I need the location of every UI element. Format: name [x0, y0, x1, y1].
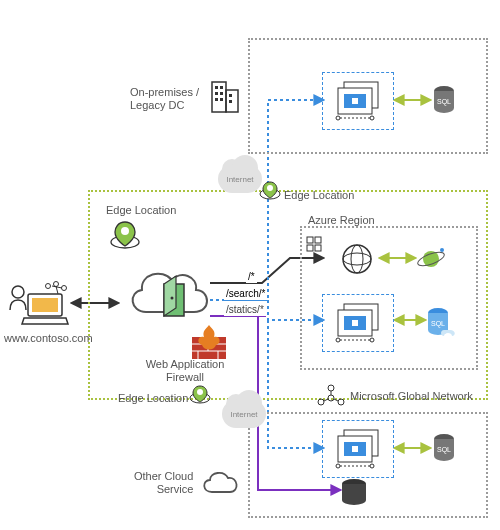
svg-line-82	[334, 399, 338, 401]
svg-point-44	[343, 253, 371, 265]
laptop-user-icon	[8, 280, 70, 328]
svg-point-8	[54, 282, 59, 287]
edge-location-bottom-label: Edge Location	[118, 392, 188, 405]
svg-rect-19	[215, 98, 218, 101]
svg-rect-21	[229, 94, 232, 97]
svg-rect-42	[315, 245, 321, 251]
route-path-search: /search/*	[224, 288, 267, 301]
svg-rect-40	[315, 237, 321, 243]
svg-point-10	[46, 284, 51, 289]
svg-point-54	[370, 116, 374, 120]
svg-rect-15	[215, 86, 218, 89]
vm-stack-icon	[330, 78, 386, 124]
sql-database-icon: SQL	[432, 84, 462, 118]
svg-rect-17	[215, 92, 218, 95]
svg-rect-7	[32, 298, 58, 312]
svg-rect-52	[352, 98, 358, 104]
svg-point-77	[318, 399, 324, 405]
svg-point-28	[171, 297, 174, 300]
svg-point-45	[351, 245, 363, 273]
svg-point-9	[62, 286, 67, 291]
svg-point-53	[336, 116, 340, 120]
vm-stack-icon	[330, 300, 386, 346]
sql-database-icon: SQL	[432, 432, 462, 466]
svg-point-76	[328, 385, 334, 391]
storage-icon	[340, 478, 368, 508]
svg-rect-16	[220, 86, 223, 89]
building-icon	[206, 76, 244, 116]
app-service-icon	[306, 236, 322, 252]
svg-point-24	[267, 185, 273, 191]
svg-rect-59	[352, 320, 358, 326]
svg-text:SQL: SQL	[437, 446, 451, 454]
firewall-icon	[188, 323, 230, 363]
internet-cloud-icon: Internet	[218, 165, 262, 193]
svg-rect-13	[212, 82, 226, 112]
location-pin-icon	[188, 384, 212, 406]
svg-point-67	[336, 464, 340, 468]
svg-point-26	[121, 227, 129, 235]
route-path-statics: /statics/*	[224, 304, 266, 317]
svg-line-81	[324, 399, 328, 401]
route-path-root: /*	[246, 271, 257, 284]
cloud-door-icon	[122, 262, 212, 330]
edge-location-top-label: Edge Location	[284, 189, 354, 202]
svg-point-60	[336, 338, 340, 342]
svg-point-38	[197, 389, 203, 395]
other-cloud-label: Other Cloud Service	[134, 470, 193, 496]
location-pin-icon	[258, 180, 282, 202]
svg-text:SQL: SQL	[437, 98, 451, 106]
waf-label: Web Application Firewall	[130, 358, 240, 384]
svg-point-61	[370, 338, 374, 342]
edge-location-left-label: Edge Location	[106, 204, 176, 217]
internet-cloud-icon: Internet	[222, 400, 266, 428]
sql-database-icon: SQL	[426, 306, 456, 340]
svg-text:SQL: SQL	[431, 320, 445, 328]
svg-point-43	[343, 245, 371, 273]
svg-point-78	[338, 399, 344, 405]
svg-rect-39	[307, 237, 313, 243]
svg-point-5	[12, 286, 24, 298]
vm-stack-icon	[330, 426, 386, 472]
svg-rect-22	[229, 100, 232, 103]
client-url-label: www.contoso.com	[4, 332, 93, 345]
webapp-globe-icon	[340, 242, 374, 276]
svg-point-79	[328, 395, 334, 401]
svg-point-68	[370, 464, 374, 468]
network-mesh-icon	[316, 382, 346, 408]
svg-point-48	[440, 248, 444, 252]
cloud-outline-icon	[198, 468, 242, 498]
svg-rect-66	[352, 446, 358, 452]
svg-rect-18	[220, 92, 223, 95]
cosmos-icon	[416, 244, 446, 274]
svg-rect-41	[307, 245, 313, 251]
onprem-label: On-premises / Legacy DC	[130, 86, 199, 112]
ms-global-network-label: Microsoft Global Network	[350, 390, 473, 403]
azure-region-label: Azure Region	[308, 214, 375, 227]
location-pin-icon	[108, 220, 142, 250]
svg-rect-20	[220, 98, 223, 101]
